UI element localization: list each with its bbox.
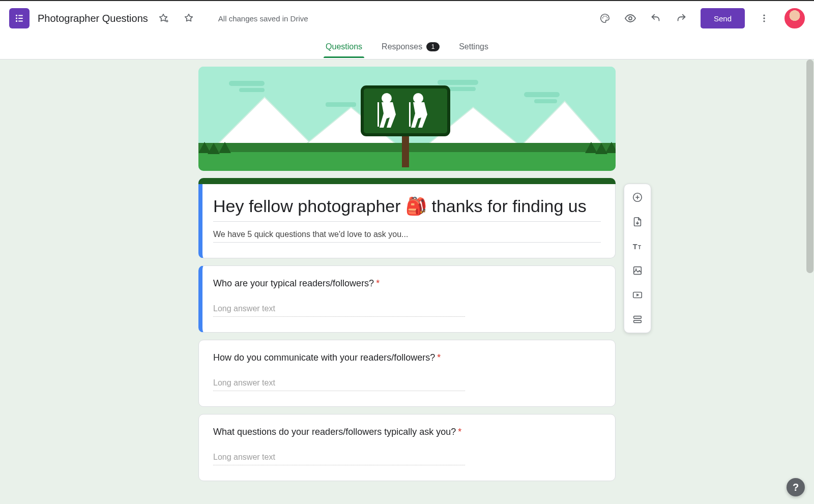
question-card[interactable]: Who are your typical readers/followers?*… bbox=[198, 265, 616, 333]
svg-point-39 bbox=[635, 269, 637, 270]
question-text[interactable]: What questions do your readers/followers… bbox=[213, 427, 601, 437]
question-card[interactable]: What questions do your readers/followers… bbox=[198, 414, 616, 481]
tab-responses[interactable]: Responses 1 bbox=[380, 37, 442, 57]
svg-point-10 bbox=[603, 16, 604, 17]
form-title[interactable]: Hey fellow photographer 🎒 thanks for fin… bbox=[213, 195, 601, 222]
account-avatar[interactable] bbox=[784, 8, 805, 28]
svg-point-16 bbox=[763, 20, 765, 22]
add-title-button[interactable]: TT bbox=[627, 236, 648, 256]
canvas: Hey fellow photographer 🎒 thanks for fin… bbox=[0, 60, 814, 504]
send-button[interactable]: Send bbox=[701, 8, 745, 28]
svg-rect-23 bbox=[534, 99, 557, 103]
svg-rect-42 bbox=[634, 320, 642, 323]
customize-addon-icon[interactable] bbox=[153, 8, 173, 28]
preview-icon[interactable] bbox=[620, 8, 641, 28]
scrollbar[interactable] bbox=[806, 60, 814, 504]
required-star-icon: * bbox=[376, 278, 380, 288]
svg-rect-4 bbox=[18, 18, 23, 19]
svg-rect-3 bbox=[16, 18, 17, 19]
question-card[interactable]: How do you communicate with your readers… bbox=[198, 340, 616, 407]
palette-icon[interactable] bbox=[595, 8, 615, 28]
svg-point-11 bbox=[605, 16, 606, 17]
svg-rect-18 bbox=[229, 81, 265, 86]
tab-label: Responses bbox=[382, 42, 422, 51]
svg-rect-2 bbox=[18, 15, 23, 16]
form-column: Hey fellow photographer 🎒 thanks for fin… bbox=[198, 67, 616, 481]
svg-rect-24 bbox=[326, 102, 356, 107]
required-star-icon: * bbox=[437, 352, 441, 363]
required-star-icon: * bbox=[458, 427, 461, 437]
title-description-card[interactable]: Hey fellow photographer 🎒 thanks for fin… bbox=[198, 178, 616, 258]
side-toolbar: TT bbox=[624, 184, 651, 333]
svg-rect-38 bbox=[634, 267, 642, 275]
add-section-button[interactable] bbox=[627, 309, 648, 330]
svg-rect-5 bbox=[16, 20, 17, 22]
add-video-button[interactable] bbox=[627, 285, 648, 305]
svg-rect-41 bbox=[634, 316, 642, 319]
svg-rect-32 bbox=[409, 102, 411, 127]
help-button[interactable]: ? bbox=[787, 478, 805, 496]
answer-placeholder: Long answer text bbox=[213, 378, 465, 391]
form-banner[interactable] bbox=[198, 67, 616, 171]
help-label: ? bbox=[793, 482, 799, 493]
svg-point-29 bbox=[382, 93, 392, 103]
forms-logo-icon[interactable] bbox=[9, 8, 30, 28]
tabs: Questions Responses 1 Settings bbox=[0, 36, 814, 60]
answer-placeholder: Long answer text bbox=[213, 453, 465, 465]
tab-label: Settings bbox=[459, 42, 488, 51]
svg-point-13 bbox=[629, 17, 632, 20]
import-questions-button[interactable] bbox=[627, 212, 648, 232]
answer-placeholder: Long answer text bbox=[213, 304, 465, 317]
doc-title[interactable]: Photographer Questions bbox=[38, 12, 148, 25]
svg-rect-20 bbox=[438, 80, 478, 85]
svg-rect-22 bbox=[524, 92, 560, 97]
svg-point-14 bbox=[763, 15, 765, 16]
svg-rect-19 bbox=[239, 88, 265, 92]
undo-icon[interactable] bbox=[646, 8, 666, 28]
form-description[interactable]: We have 5 quick questions that we'd love… bbox=[213, 222, 601, 243]
responses-count-badge: 1 bbox=[426, 42, 440, 51]
question-text[interactable]: How do you communicate with your readers… bbox=[213, 352, 601, 363]
svg-rect-21 bbox=[448, 87, 476, 91]
star-icon[interactable] bbox=[179, 8, 199, 28]
svg-rect-1 bbox=[16, 15, 17, 16]
tab-settings[interactable]: Settings bbox=[457, 37, 490, 57]
svg-text:T: T bbox=[638, 245, 642, 250]
svg-point-12 bbox=[606, 17, 607, 18]
tab-questions[interactable]: Questions bbox=[324, 37, 364, 57]
add-image-button[interactable] bbox=[627, 260, 648, 281]
more-menu-icon[interactable] bbox=[754, 8, 774, 28]
svg-rect-6 bbox=[18, 21, 23, 22]
svg-point-31 bbox=[413, 93, 423, 103]
add-question-button[interactable] bbox=[627, 187, 648, 207]
saved-status: All changes saved in Drive bbox=[218, 14, 308, 23]
svg-rect-28 bbox=[362, 87, 449, 135]
header: Photographer Questions All changes saved… bbox=[0, 0, 814, 36]
tab-label: Questions bbox=[326, 42, 362, 51]
svg-rect-30 bbox=[377, 102, 379, 127]
svg-point-9 bbox=[602, 17, 603, 18]
svg-point-15 bbox=[763, 17, 765, 19]
question-text[interactable]: Who are your typical readers/followers?* bbox=[213, 278, 601, 289]
redo-icon[interactable] bbox=[671, 8, 691, 28]
svg-text:T: T bbox=[633, 243, 637, 251]
